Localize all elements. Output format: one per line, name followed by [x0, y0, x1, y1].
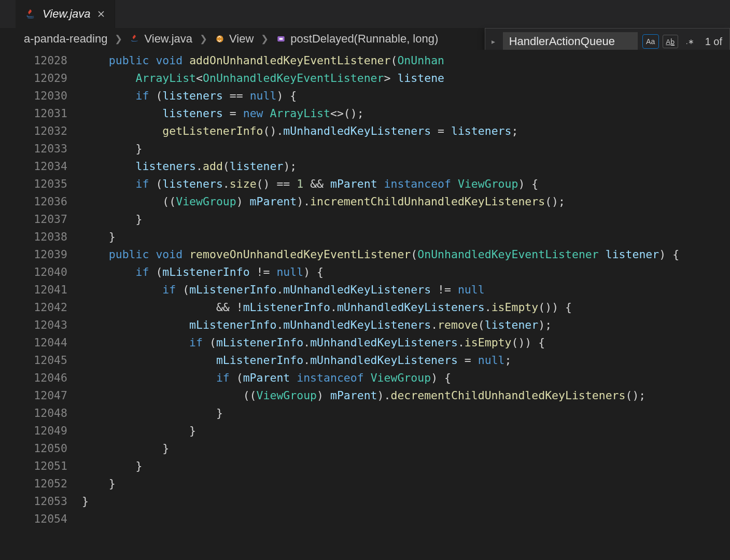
chevron-right-icon: ❯ — [115, 33, 122, 45]
code-line[interactable]: && !mListenerInfo.mUnhandledKeyListeners… — [82, 299, 730, 316]
line-number: 12040 — [10, 263, 67, 281]
breadcrumb-class[interactable]: View — [215, 32, 254, 46]
line-number: 12048 — [10, 404, 67, 422]
find-result-count: 1 of — [705, 36, 722, 48]
code-line[interactable]: if (listeners == null) { — [82, 87, 730, 105]
line-number: 12038 — [10, 228, 67, 246]
tab-filename: View.java — [43, 7, 91, 21]
line-number: 12035 — [10, 175, 67, 193]
code-line[interactable]: listeners = new ArrayList<>(); — [82, 105, 730, 122]
code-line[interactable]: public void addOnUnhandledKeyEventListen… — [82, 52, 730, 69]
method-icon — [276, 34, 286, 44]
breadcrumb: a-panda-reading ❯ View.java ❯ View ❯ — [0, 28, 730, 50]
code-line[interactable]: ((ViewGroup) mParent).decrementChildUnha… — [82, 387, 730, 404]
line-number: 12030 — [10, 87, 67, 105]
code-line[interactable]: ((ViewGroup) mParent).incrementChildUnha… — [82, 193, 730, 211]
tab-bar: View.java — [0, 0, 730, 28]
line-number: 12028 — [10, 52, 67, 69]
code-line[interactable]: if (listeners.size() == 1 && mParent ins… — [82, 175, 730, 193]
code-editor[interactable]: 1202812029120301203112032120331203412035… — [0, 50, 730, 560]
line-number: 12043 — [10, 316, 67, 334]
line-number: 12045 — [10, 352, 67, 369]
line-number: 12033 — [10, 140, 67, 158]
match-case-toggle[interactable]: Aa — [643, 35, 658, 48]
code-line[interactable]: } — [82, 211, 730, 228]
line-number: 12052 — [10, 475, 67, 493]
line-number: 12029 — [10, 69, 67, 87]
code-line[interactable] — [82, 510, 730, 528]
svg-rect-2 — [279, 38, 283, 39]
line-number: 12054 — [10, 510, 67, 528]
find-toggle-replace-icon[interactable]: ▸ — [489, 37, 498, 46]
whole-word-toggle[interactable]: Ab̲ — [663, 35, 678, 48]
code-line[interactable]: } — [82, 422, 730, 440]
line-number: 12032 — [10, 122, 67, 140]
code-line[interactable]: getListenerInfo().mUnhandledKeyListeners… — [82, 122, 730, 140]
line-number: 12044 — [10, 334, 67, 352]
code-line[interactable]: mListenerInfo.mUnhandledKeyListeners = n… — [82, 352, 730, 369]
code-line[interactable]: mListenerInfo.mUnhandledKeyListeners.rem… — [82, 316, 730, 334]
find-input[interactable] — [503, 32, 638, 51]
breadcrumb-file-label: View.java — [144, 32, 192, 46]
line-number: 12053 — [10, 493, 67, 510]
line-number: 12050 — [10, 440, 67, 457]
code-line[interactable]: } — [82, 440, 730, 457]
code-line[interactable]: public void removeOnUnhandledKeyEventLis… — [82, 246, 730, 263]
code-line[interactable]: } — [82, 457, 730, 475]
code-line[interactable]: } — [82, 140, 730, 158]
class-icon — [215, 34, 225, 44]
code-line[interactable]: if (mParent instanceof ViewGroup) { — [82, 369, 730, 387]
line-number: 12042 — [10, 299, 67, 316]
breadcrumb-method[interactable]: postDelayed(Runnable, long) — [276, 32, 438, 46]
find-options: Aa Ab̲ .∗ — [643, 35, 698, 48]
java-file-icon — [25, 8, 36, 20]
code-line[interactable]: if (mListenerInfo.mUnhandledKeyListeners… — [82, 281, 730, 299]
editor-tab[interactable]: View.java — [16, 0, 115, 28]
line-number: 12031 — [10, 105, 67, 122]
line-number: 12034 — [10, 158, 67, 175]
code-line[interactable]: if (mListenerInfo.mUnhandledKeyListeners… — [82, 334, 730, 352]
line-number: 12049 — [10, 422, 67, 440]
line-number: 12037 — [10, 211, 67, 228]
breadcrumb-project-label: a-panda-reading — [24, 32, 107, 46]
line-number: 12051 — [10, 457, 67, 475]
regex-toggle[interactable]: .∗ — [682, 35, 698, 48]
code-line[interactable]: ArrayList<OnUnhandledKeyEventListener> l… — [82, 69, 730, 87]
chevron-right-icon: ❯ — [200, 33, 207, 45]
line-number: 12047 — [10, 387, 67, 404]
line-number: 12041 — [10, 281, 67, 299]
code-line[interactable]: } — [82, 493, 730, 510]
line-number: 12046 — [10, 369, 67, 387]
code-line[interactable]: if (mListenerInfo != null) { — [82, 263, 730, 281]
line-number: 12039 — [10, 246, 67, 263]
code-content[interactable]: public void addOnUnhandledKeyEventListen… — [82, 50, 730, 560]
code-line[interactable]: } — [82, 404, 730, 422]
close-icon[interactable] — [97, 10, 105, 18]
line-number: 12036 — [10, 193, 67, 211]
code-line[interactable]: listeners.add(listener); — [82, 158, 730, 175]
java-file-icon — [130, 34, 140, 44]
code-line[interactable]: } — [82, 228, 730, 246]
breadcrumb-project[interactable]: a-panda-reading — [24, 32, 107, 46]
code-line[interactable]: } — [82, 475, 730, 493]
line-number-gutter: 1202812029120301203112032120331203412035… — [10, 50, 82, 560]
breadcrumb-method-label: postDelayed(Runnable, long) — [290, 32, 438, 46]
breadcrumb-class-label: View — [229, 32, 254, 46]
chevron-right-icon: ❯ — [261, 33, 269, 45]
breadcrumb-file[interactable]: View.java — [130, 32, 192, 46]
